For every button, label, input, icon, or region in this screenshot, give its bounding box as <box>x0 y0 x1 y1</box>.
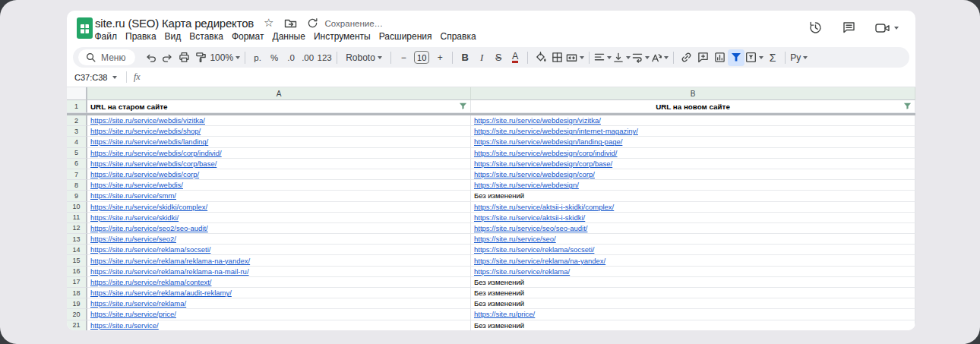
print-button[interactable] <box>175 49 192 66</box>
insert-comment-button[interactable] <box>694 49 711 66</box>
menu-9[interactable]: Справка <box>436 31 480 43</box>
old-url-link[interactable]: https://site.ru/service/webdis/corp/base… <box>90 159 217 168</box>
cell-old-url[interactable]: https://site.ru/service/reklama/ <box>87 298 471 309</box>
new-url-link[interactable]: https://site.ru/price/ <box>474 310 535 318</box>
menu-6[interactable]: Данные <box>268 31 309 43</box>
font-select[interactable]: Roboto <box>341 49 387 66</box>
old-url-link[interactable]: https://site.ru/service/reklama/socseti/ <box>90 245 210 254</box>
menu-1[interactable]: Файл <box>90 31 122 43</box>
video-call-icon[interactable] <box>875 22 899 34</box>
cell-old-url[interactable]: https://site.ru/service/webdis/shop/ <box>87 126 471 137</box>
cell-old-url[interactable]: https://site.ru/service/ <box>87 320 471 330</box>
star-icon[interactable]: ☆ <box>264 16 273 30</box>
filter-views-button[interactable] <box>744 49 764 66</box>
new-url-link[interactable]: https://site.ru/service/aktsii-i-skidki/ <box>474 213 585 222</box>
decrease-font-size-button[interactable]: − <box>395 49 412 66</box>
cell-old-url[interactable]: https://site.ru/service/webdis/ <box>87 180 471 191</box>
cell-old-url[interactable]: https://site.ru/service/smm/ <box>87 191 471 201</box>
cell-old-url[interactable]: https://site.ru/service/webdis/landing/ <box>87 137 471 147</box>
bold-button[interactable]: B <box>457 49 473 66</box>
old-url-link[interactable]: https://site.ru/service/seo2/ <box>90 235 176 243</box>
cell-new-url[interactable]: https://site.ru/service/webdesign/corp/i… <box>471 148 915 159</box>
merge-cells-button[interactable] <box>565 49 585 66</box>
menu-8[interactable]: Расширения <box>375 31 436 43</box>
insert-chart-button[interactable] <box>711 49 728 66</box>
column-filter-icon[interactable] <box>903 103 912 110</box>
row-number[interactable]: 15 <box>67 255 87 266</box>
cell-new-url[interactable]: Без изменений <box>471 288 915 298</box>
increase-font-size-button[interactable]: + <box>432 49 448 66</box>
row-number[interactable]: 9 <box>67 191 87 201</box>
cell-new-url[interactable]: https://site.ru/price/ <box>471 309 915 320</box>
row-number[interactable]: 6 <box>67 159 87 169</box>
menu-2[interactable]: Правка <box>122 31 161 43</box>
row-number[interactable]: 16 <box>67 267 87 277</box>
cell-old-url[interactable]: https://site.ru/service/reklama/socseti/ <box>87 245 471 255</box>
old-url-link[interactable]: https://site.ru/service/reklama/reklama-… <box>90 257 250 265</box>
vertical-align-button[interactable] <box>612 49 631 66</box>
cell-new-url[interactable]: https://site.ru/service/aktsii-i-skidki/… <box>471 202 915 213</box>
cell-new-url[interactable]: https://site.ru/service/webdesign/vizitk… <box>471 115 915 126</box>
row-number[interactable]: 18 <box>67 288 87 298</box>
row-number[interactable]: 2 <box>67 115 87 126</box>
cell-new-url[interactable]: Без изменений <box>471 298 915 309</box>
name-box-caret-icon[interactable] <box>112 76 117 79</box>
fill-color-button[interactable] <box>532 49 548 66</box>
row-number[interactable]: 13 <box>67 234 87 245</box>
cell-new-url[interactable]: Без изменений <box>471 320 915 330</box>
row-number[interactable]: 19 <box>67 298 87 309</box>
old-url-link[interactable]: https://site.ru/service/reklama/context/ <box>90 278 211 286</box>
cell-new-url[interactable]: Без изменений <box>471 277 915 288</box>
toolbar-search[interactable]: Меню <box>78 49 135 65</box>
cell-old-url[interactable]: https://site.ru/service/skidki/complex/ <box>87 202 471 213</box>
cell-old-url[interactable]: https://site.ru/service/webdis/corp/ <box>87 169 471 180</box>
row-number[interactable]: 1 <box>67 100 87 113</box>
row-number[interactable]: 7 <box>67 169 87 180</box>
row-number[interactable]: 8 <box>67 180 87 191</box>
increase-decimal-button[interactable]: .00 <box>299 49 316 66</box>
old-url-link[interactable]: https://site.ru/service/price/ <box>90 310 176 318</box>
cell-new-url[interactable]: https://site.ru/service/aktsii-i-skidki/ <box>471 213 915 223</box>
new-url-link[interactable]: https://site.ru/service/aktsii-i-skidki/… <box>474 203 614 211</box>
row-number[interactable]: 17 <box>67 277 87 288</box>
document-title[interactable]: site.ru (SEO) Карта редиректов <box>95 17 254 30</box>
new-url-link[interactable]: https://site.ru/service/webdesign/corp/i… <box>474 149 618 157</box>
version-history-icon[interactable] <box>808 21 823 35</box>
input-tools-button[interactable]: Ру <box>789 49 808 66</box>
old-url-link[interactable]: https://site.ru/service/reklama/audit-re… <box>90 289 232 297</box>
row-number[interactable]: 11 <box>67 213 87 223</box>
zoom-select[interactable]: 100% <box>209 49 241 66</box>
row-number[interactable]: 21 <box>67 320 87 330</box>
old-url-link[interactable]: https://site.ru/service/webdis/landing/ <box>90 137 208 146</box>
new-url-link[interactable]: https://site.ru/service/reklama/ <box>474 267 570 276</box>
cell-new-url[interactable]: Без изменений <box>471 191 915 201</box>
cell-new-url[interactable]: https://site.ru/service/webdesign/ <box>471 180 915 191</box>
name-box[interactable]: C37:C38 <box>67 73 111 82</box>
menu-5[interactable]: Формат <box>227 31 268 43</box>
create-filter-button[interactable] <box>728 49 744 66</box>
text-rotation-button[interactable] <box>650 49 669 66</box>
text-wrap-button[interactable] <box>631 49 650 66</box>
cell-old-url[interactable]: https://site.ru/service/reklama/reklama-… <box>87 255 471 266</box>
cell-b1[interactable]: URL на новом сайте <box>471 100 915 113</box>
menu-3[interactable]: Вид <box>160 31 185 43</box>
old-url-link[interactable]: https://site.ru/service/ <box>90 321 159 330</box>
new-url-link[interactable]: https://site.ru/service/webdesign/corp/b… <box>474 159 612 168</box>
text-color-button[interactable]: A <box>507 49 523 66</box>
cell-old-url[interactable]: https://site.ru/service/reklama/reklama-… <box>87 267 471 277</box>
cell-new-url[interactable]: https://site.ru/service/reklama/socseti/ <box>471 245 915 255</box>
cell-old-url[interactable]: https://site.ru/service/seo2/ <box>87 234 471 245</box>
menu-7[interactable]: Инструменты <box>309 31 375 43</box>
cell-old-url[interactable]: https://site.ru/service/reklama/context/ <box>87 277 471 288</box>
row-number[interactable]: 3 <box>67 126 87 137</box>
cell-new-url[interactable]: https://site.ru/service/webdesign/landin… <box>471 137 915 147</box>
cell-old-url[interactable]: https://site.ru/service/webdis/corp/base… <box>87 159 471 169</box>
cell-new-url[interactable]: https://site.ru/service/webdesign/corp/b… <box>471 159 915 169</box>
menu-4[interactable]: Вставка <box>185 31 228 43</box>
insert-link-button[interactable] <box>678 49 694 66</box>
undo-button[interactable] <box>142 49 159 66</box>
redo-button[interactable] <box>159 49 175 66</box>
row-number[interactable]: 12 <box>67 223 87 234</box>
new-url-link[interactable]: https://site.ru/service/webdesign/ <box>474 181 579 189</box>
row-number[interactable]: 20 <box>67 309 87 320</box>
